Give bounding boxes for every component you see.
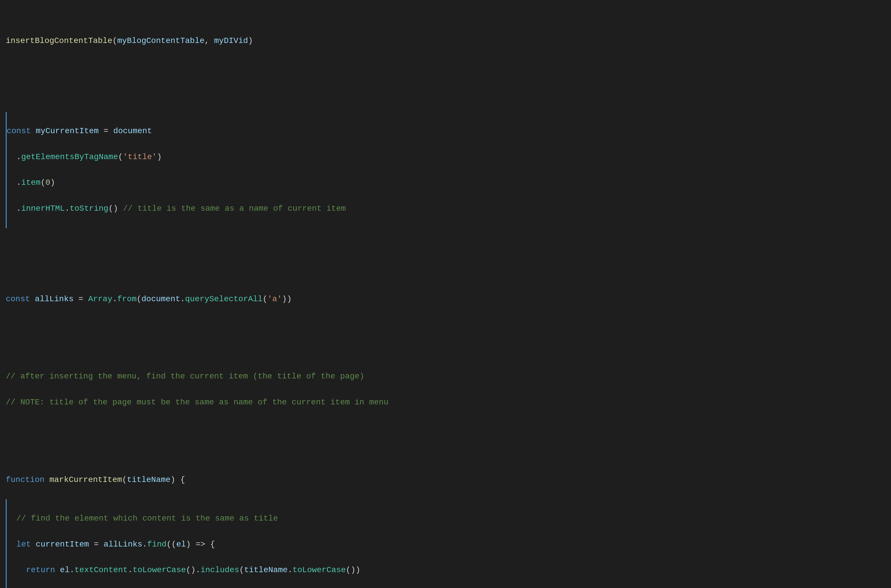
line-fn-comment: // find the element which content is the… <box>7 512 885 525</box>
line-return: return el.textContent.toLowerCase().incl… <box>7 564 885 577</box>
line-4: .getElementsByTagName('title') <box>7 151 885 164</box>
line-blank-1 <box>6 73 885 86</box>
line-blank-2 <box>6 254 885 267</box>
function-body: // find the element which content is the… <box>6 499 885 588</box>
line-5: .item(0) <box>7 176 885 189</box>
code-editor: insertBlogContentTable(myBlogContentTabl… <box>6 9 885 588</box>
line-comment-2: // NOTE: title of the page must be the s… <box>6 396 885 409</box>
line-comment-1: // after inserting the menu, find the cu… <box>6 370 885 383</box>
line-blank-3 <box>6 332 885 345</box>
line-6: .innerHTML.toString() // title is the sa… <box>7 202 885 215</box>
line-function: function markCurrentItem(titleName) { <box>6 474 885 486</box>
line-let: let currentItem = allLinks.find((el) => … <box>7 538 885 551</box>
line-blank-4 <box>6 435 885 448</box>
const-block: const myCurrentItem = document .getEleme… <box>6 112 885 228</box>
line-1: insertBlogContentTable(myBlogContentTabl… <box>6 34 885 48</box>
line-8: const allLinks = Array.from(document.que… <box>6 293 885 306</box>
line-3: const myCurrentItem = document <box>7 125 885 138</box>
